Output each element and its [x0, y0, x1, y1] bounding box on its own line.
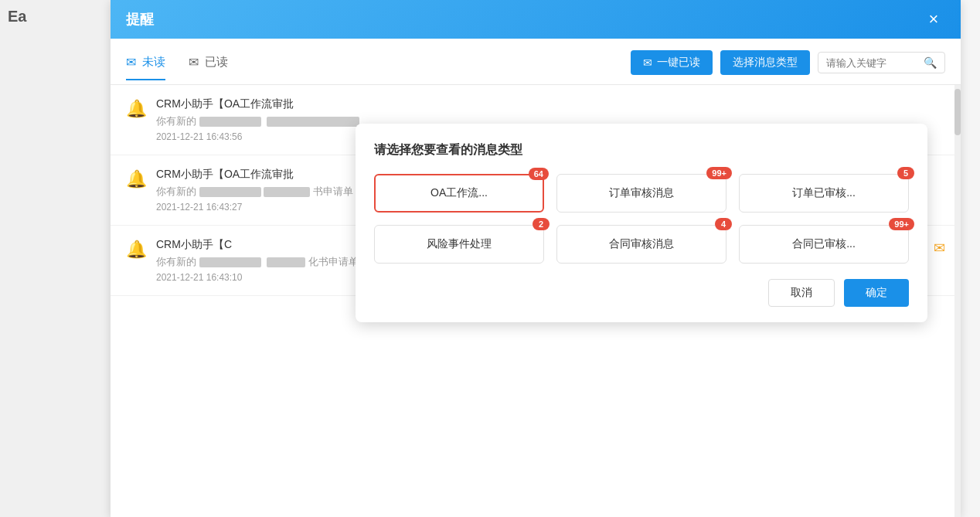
mark-all-button[interactable]: ✉ 一键已读: [631, 50, 713, 75]
type-item-badge: 4: [715, 218, 732, 230]
mark-all-icon: ✉: [643, 56, 652, 69]
modal-header: 提醒 ×: [111, 0, 961, 39]
type-item-order-review[interactable]: 订单审核消息 99+: [556, 174, 726, 213]
tab-read[interactable]: ✉ 已读: [189, 55, 228, 80]
left-label: Ea: [0, 0, 111, 33]
type-item-oa-workflow[interactable]: OA工作流... 64: [374, 174, 544, 213]
type-item-contract-review[interactable]: 合同审核消息 4: [556, 225, 726, 264]
type-item-label: 合同审核消息: [609, 237, 674, 251]
blurred-text: [199, 117, 261, 127]
bell-icon: 🔔: [126, 240, 147, 260]
mail-icon-right: ✉: [934, 240, 945, 257]
type-select-label: 选择消息类型: [733, 56, 798, 68]
type-item-label: 合同已审核...: [792, 237, 856, 251]
type-item-risk-event[interactable]: 风险事件处理 2: [374, 225, 544, 264]
blurred-text-2: [267, 117, 359, 127]
tab-unread-label: 未读: [142, 55, 165, 70]
dropdown-actions: 取消 确定: [374, 279, 909, 307]
blurred-text: [199, 187, 261, 197]
cancel-button[interactable]: 取消: [768, 279, 835, 307]
type-item-contract-reviewed[interactable]: 合同已审核... 99+: [739, 225, 909, 264]
type-item-order-reviewed[interactable]: 订单已审核... 5: [739, 174, 909, 213]
confirm-button[interactable]: 确定: [844, 279, 909, 307]
message-title: CRM小助手【OA工作流审批: [156, 97, 945, 111]
type-item-badge: 99+: [889, 218, 914, 230]
type-item-label: OA工作流...: [430, 186, 488, 200]
action-bar: ✉ 一键已读 选择消息类型 🔍: [631, 50, 945, 84]
dropdown-title: 请选择您要查看的消息类型: [374, 142, 909, 158]
blurred-text-2: [267, 257, 305, 267]
scrollbar-thumb[interactable]: [954, 89, 961, 135]
scrollbar[interactable]: [954, 85, 961, 517]
search-icon: 🔍: [924, 56, 937, 69]
read-tab-icon: ✉: [189, 55, 199, 70]
tab-bar: ✉ 未读 ✉ 已读 ✉ 一键已读 选择消息类型 🔍: [111, 39, 961, 85]
tab-read-label: 已读: [205, 55, 228, 70]
modal-title: 提醒: [126, 10, 154, 29]
tab-unread[interactable]: ✉ 未读: [126, 55, 165, 80]
bell-icon: 🔔: [126, 99, 147, 119]
close-button[interactable]: ×: [922, 8, 945, 31]
blurred-text-2: [264, 187, 310, 197]
type-item-badge: 99+: [706, 167, 732, 179]
background-left-panel: Ea: [0, 0, 111, 517]
search-box: 🔍: [818, 52, 945, 73]
type-item-badge: 2: [533, 218, 550, 230]
type-select-button[interactable]: 选择消息类型: [720, 50, 810, 75]
type-item-badge: 64: [529, 168, 549, 180]
message-type-grid: OA工作流... 64 订单审核消息 99+ 订单已审核... 5 风险事件处理…: [374, 174, 909, 264]
type-item-label: 订单已审核...: [792, 186, 856, 200]
type-item-label: 风险事件处理: [427, 237, 492, 251]
type-item-label: 订单审核消息: [609, 186, 674, 200]
search-input[interactable]: [826, 57, 919, 69]
blurred-text: [199, 257, 261, 267]
mark-all-label: 一键已读: [657, 56, 700, 70]
unread-tab-icon: ✉: [126, 55, 136, 70]
message-type-dropdown: 请选择您要查看的消息类型 OA工作流... 64 订单审核消息 99+ 订单已审…: [356, 124, 927, 322]
type-item-badge: 5: [897, 167, 914, 179]
bell-icon: 🔔: [126, 169, 147, 189]
